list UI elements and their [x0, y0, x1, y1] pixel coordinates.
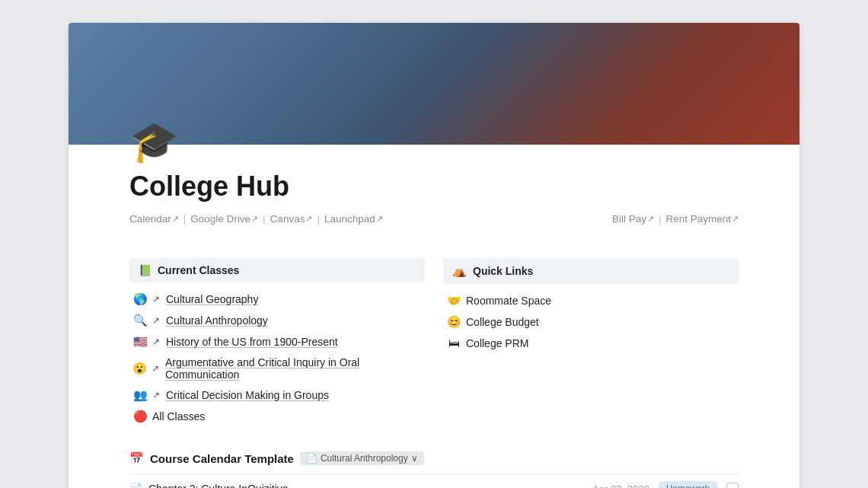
nav-canvas[interactable]: Canvas ↗ [270, 213, 313, 225]
class-item-argumentative[interactable]: 😮 ↗ Argumentative and Critical Inquiry i… [129, 352, 425, 384]
chapter-left: 📄 Chapter 2: Culture InQuizitive [129, 483, 289, 488]
class-item-history[interactable]: 🇺🇸 ↗ History of the US from 1900-Present [129, 331, 425, 352]
tag-arrow-icon: ∨ [411, 453, 418, 464]
budget-emoji: 😊 [446, 315, 461, 329]
class-emoji-3: 😮 [132, 362, 147, 375]
homework-badge[interactable]: Homework [659, 481, 717, 488]
class-item-all[interactable]: 🔴 All Classes [129, 406, 425, 427]
nav-bill-pay[interactable]: Bill Pay ↗ [612, 213, 654, 225]
quick-link-roommate[interactable]: 🤝 Roommate Space [443, 290, 739, 311]
class-item-critical[interactable]: 👥 ↗ Critical Decision Making in Groups [129, 384, 425, 406]
nav-google-drive[interactable]: Google Drive ↗ [190, 213, 258, 225]
nav-links-right: Bill Pay ↗ | Rent Payment ↗ [612, 213, 739, 225]
nav-links-left: Calendar ↗ | Google Drive ↗ | Canvas ↗ |… [129, 213, 383, 225]
roommate-emoji: 🤝 [446, 294, 461, 308]
current-classes-section: 📗 Current Classes 🌎 ↗ Cultural Geography… [129, 258, 425, 427]
course-calendar-header: 📅 Course Calendar Template 📄 Cultural An… [129, 451, 739, 465]
class-emoji-0: 🌎 [132, 292, 148, 306]
prm-emoji: 🛏 [446, 336, 461, 349]
current-classes-header: 📗 Current Classes [129, 258, 425, 282]
page-content: College Hub Calendar ↗ | Google Drive ↗ … [69, 161, 799, 488]
nav-rent-payment[interactable]: Rent Payment ↗ [665, 213, 739, 225]
roommate-label: Roommate Space [466, 295, 551, 307]
quick-links-section: ⛺ Quick Links 🤝 Roommate Space 😊 College… [443, 258, 739, 427]
current-classes-title: Current Classes [158, 264, 239, 276]
class-label-2: History of the US from 1900-Present [166, 336, 338, 348]
class-emoji-2: 🇺🇸 [132, 335, 148, 349]
course-calendar-icon: 📅 [129, 451, 144, 465]
two-col-grid: 📗 Current Classes 🌎 ↗ Cultural Geography… [129, 258, 739, 427]
chapter-date: Apr 22, 2020 [592, 483, 649, 489]
quick-links-title: Quick Links [473, 265, 533, 277]
class-item-anthropology[interactable]: 🔍 ↗ Cultural Anthropology [129, 310, 425, 331]
class-emoji-4: 👥 [132, 388, 148, 402]
quick-links-icon: ⛺ [452, 264, 467, 278]
nav-launchpad[interactable]: Launchpad ↗ [324, 213, 383, 225]
page-icon: 🎓 [129, 122, 179, 161]
icon-area: 🎓 [69, 122, 799, 161]
tag-icon: 📄 [306, 453, 318, 464]
class-label-0: Cultural Geography [166, 293, 258, 305]
chapter-label[interactable]: Chapter 2: Culture InQuizitive [148, 483, 289, 488]
prm-label: College PRM [466, 337, 528, 349]
chapter-right: Apr 22, 2020 Homework [592, 481, 739, 488]
class-item-geography[interactable]: 🌎 ↗ Cultural Geography [129, 289, 425, 310]
class-label-3: Argumentative and Critical Inquiry in Or… [165, 356, 422, 381]
quick-links-header: ⛺ Quick Links [443, 258, 739, 284]
budget-label: College Budget [466, 316, 539, 328]
class-emoji-1: 🔍 [132, 314, 148, 327]
doc-icon: 📄 [129, 483, 142, 488]
chapter-row: 📄 Chapter 2: Culture InQuizitive Apr 22,… [129, 474, 739, 488]
nav-calendar[interactable]: Calendar ↗ [129, 213, 179, 225]
class-label-5: All Classes [152, 410, 205, 423]
quick-link-prm[interactable]: 🛏 College PRM [443, 333, 739, 353]
class-emoji-5: 🔴 [132, 410, 148, 423]
course-calendar-section: 📅 Course Calendar Template 📄 Cultural An… [129, 451, 739, 488]
class-label-4: Critical Decision Making in Groups [166, 389, 329, 401]
course-calendar-title: Course Calendar Template [150, 452, 294, 465]
quick-link-budget[interactable]: 😊 College Budget [443, 311, 739, 333]
chapter-checkbox[interactable] [726, 483, 739, 488]
current-classes-icon: 📗 [139, 264, 152, 276]
page-container: 🎓 College Hub Calendar ↗ | Google Drive … [69, 23, 799, 488]
tag-badge[interactable]: 📄 Cultural Anthropology ∨ [300, 451, 424, 465]
tag-label: Cultural Anthropology [321, 453, 408, 464]
class-label-1: Cultural Anthropology [166, 314, 268, 327]
page-title: College Hub [129, 171, 739, 203]
